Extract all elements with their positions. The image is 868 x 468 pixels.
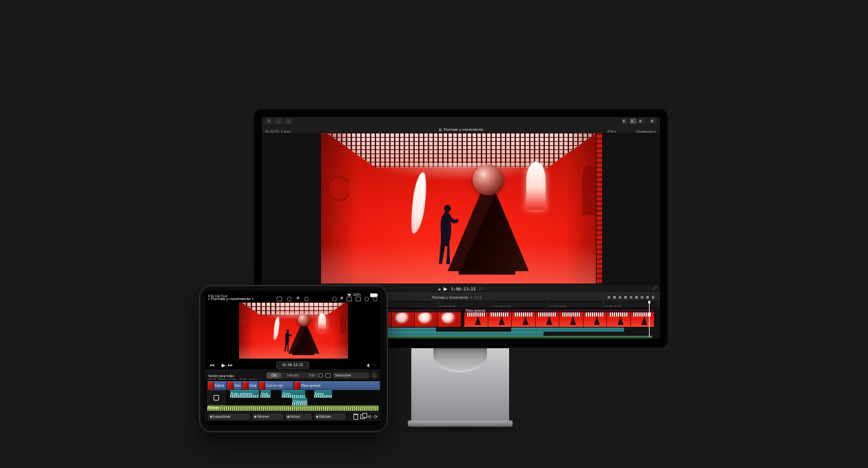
wall-arch-window <box>526 162 546 210</box>
jog-wheel-icon[interactable] <box>304 297 309 301</box>
ipad-screen: 9:41 mié 5 jun 100% ‹ Formas y movimient… <box>205 290 380 425</box>
wall-circle-niche <box>242 317 250 329</box>
browser-icon[interactable] <box>287 297 292 301</box>
frame-icon: ▦ <box>438 127 442 131</box>
display-stand <box>411 346 509 421</box>
media-import-icon[interactable] <box>277 297 282 301</box>
viewer-options-icon[interactable] <box>332 297 337 301</box>
segment-clip[interactable]: Clip <box>267 372 281 379</box>
insert-clip-icon[interactable] <box>619 296 621 299</box>
select-button[interactable]: Seleccionar <box>333 372 369 379</box>
viewer-timecode: 1:00:13:22 <box>451 286 475 291</box>
timeline-clip[interactable]: Esfera <box>207 381 227 390</box>
metal-sphere <box>473 164 504 195</box>
ipad-bottom-toolbar: Inspeccionar Volumen Animar Multicam ⟲ ⟳ <box>205 412 380 421</box>
index-icon[interactable] <box>608 296 610 299</box>
video-frame-red-room <box>321 133 602 284</box>
wall-arch-window <box>318 313 326 331</box>
fullscreen-icon[interactable]: ⤢ <box>653 286 657 291</box>
ipad-timeline: Esfera Torso Verja Cara en rojo Plano ge… <box>205 380 380 412</box>
volume-button[interactable]: Volumen <box>252 414 283 420</box>
timeline-clip[interactable]: Cara en rojo <box>258 381 293 390</box>
audio-clip[interactable]: Verja <box>260 390 271 398</box>
share-icon[interactable] <box>650 118 657 124</box>
connect-clip-icon[interactable] <box>613 296 616 299</box>
undo-icon[interactable]: ⟲ <box>367 414 371 420</box>
inspector-icon <box>210 416 212 418</box>
play-icon[interactable]: ▶ <box>444 286 447 292</box>
speaker-icon[interactable] <box>364 363 369 368</box>
multicam-icon <box>316 416 318 418</box>
clip-thumbnail <box>242 382 249 390</box>
audio-clip[interactable]: Ruido ambiente <box>230 390 259 398</box>
effects-icon[interactable]: ◇ <box>285 118 292 124</box>
settings-icon[interactable] <box>373 297 378 301</box>
timeline-clip[interactable]: Torso <box>227 381 242 390</box>
forward-icon[interactable]: ▶▶ <box>228 363 233 367</box>
project-title[interactable]: Formas y movimiento <box>211 297 250 301</box>
more-icon[interactable]: ⋯ <box>372 363 377 368</box>
title-chevron-icon: ▾ <box>252 297 254 301</box>
rewind-icon[interactable]: ◀◀ <box>209 363 214 367</box>
segment-range[interactable]: Intervalo <box>281 372 305 379</box>
segment-all[interactable]: Todo <box>304 372 319 379</box>
duplicate-icon[interactable] <box>360 414 365 419</box>
back-icon[interactable]: ‹ <box>208 297 209 301</box>
timeline-clip[interactable]: Plano general <box>293 381 380 390</box>
loop-range-icon[interactable]: | | <box>479 287 482 290</box>
browser-toggle-icon[interactable] <box>621 118 628 124</box>
clip-thumbnail <box>259 382 265 390</box>
ipad-viewer <box>205 302 380 361</box>
ipad-timecode: 01:00:13:22 <box>282 363 303 367</box>
playhead[interactable] <box>649 301 650 337</box>
project-name: Versión para redes <box>208 374 234 378</box>
prev-frame-icon[interactable]: ◀ <box>437 287 440 291</box>
append-clip-icon[interactable] <box>624 296 627 299</box>
timeline-toggle-icon[interactable] <box>630 118 637 124</box>
clip-label: Esfera <box>215 384 224 387</box>
audio-clip[interactable]: Esfera <box>314 390 332 398</box>
timeline-clip[interactable]: Verja <box>242 381 258 390</box>
sidebar-toggle-icon[interactable]: ≡ <box>265 118 273 124</box>
timeline-settings-icon[interactable] <box>652 296 654 299</box>
keyframe-icon <box>287 416 289 418</box>
overwrite-clip-icon[interactable] <box>630 296 632 299</box>
trim-tool-icon[interactable] <box>635 296 638 299</box>
effects-icon[interactable] <box>364 297 369 301</box>
waveform <box>230 395 259 398</box>
delete-icon[interactable] <box>353 414 358 420</box>
clip-label: Plano general <box>466 309 485 312</box>
desk-scene: ≡ ↓ ◇ 4K 29.97p, 5 ítems ▦ Formas y movi… <box>0 0 868 468</box>
index-icon[interactable] <box>347 297 352 301</box>
ipad: 9:41 mié 5 jun 100% ‹ Formas y movimient… <box>199 285 388 432</box>
camera-icon[interactable] <box>318 373 323 378</box>
waveform <box>260 395 271 398</box>
timeline-title-chevron-icon: ▾ <box>471 295 473 299</box>
skimming-icon[interactable] <box>641 296 643 299</box>
clip-label: Verja <box>249 384 256 387</box>
overlay-icon[interactable] <box>325 373 331 378</box>
more-options-icon[interactable]: ⋯ <box>371 372 378 379</box>
viewer <box>262 133 660 284</box>
inspect-button[interactable]: Inspeccionar <box>208 414 250 420</box>
audio-clip[interactable]: Cierre <box>282 390 305 398</box>
redo-icon[interactable]: ⟳ <box>373 414 378 420</box>
audio-lane-header[interactable] <box>207 390 225 405</box>
inspector-toggle-icon[interactable] <box>638 118 645 124</box>
music-track[interactable]: Música <box>207 405 379 411</box>
clip-wide[interactable]: Plano general <box>464 308 655 328</box>
viewer-title: Formas y movimiento <box>444 127 483 131</box>
wall-arch-far <box>582 164 596 215</box>
animate-button[interactable]: Animar <box>285 414 312 420</box>
record-icon[interactable] <box>340 297 343 299</box>
audio-clip[interactable]: Chasquido <box>292 398 307 405</box>
timeline-title[interactable]: Formas y movimiento <box>432 295 468 299</box>
voiceover-mic-icon[interactable] <box>297 297 300 299</box>
clip-thumbnail <box>294 382 300 390</box>
play-icon[interactable]: ▶ <box>222 363 225 368</box>
multicam-button[interactable]: Multicam <box>314 414 346 420</box>
ipad-nav-bar: ‹ Formas y movimiento ▾ <box>205 295 380 302</box>
snapping-icon[interactable] <box>646 296 649 299</box>
import-icon[interactable]: ↓ <box>275 118 282 124</box>
display-mode-icon[interactable] <box>355 297 361 301</box>
